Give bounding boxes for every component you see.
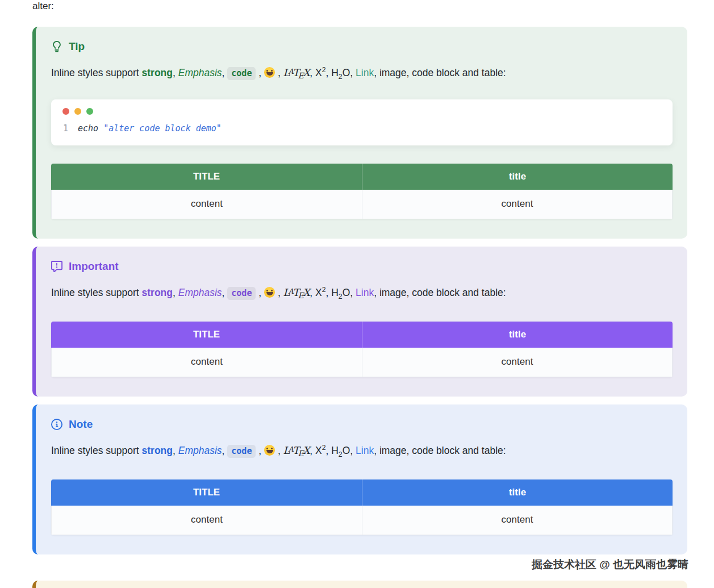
demo-table: TITLE title content content <box>51 479 673 535</box>
demo-link[interactable]: Link <box>356 67 374 78</box>
smile-emoji <box>264 287 275 298</box>
smile-emoji <box>264 445 275 456</box>
para-separator: , <box>374 67 379 78</box>
superscript-sample: X2 <box>315 445 326 456</box>
para-separator: , <box>222 67 228 78</box>
table-cell: content <box>362 190 673 219</box>
table-row: content content <box>51 190 673 219</box>
code-text: echo "alter code block demo" <box>78 122 222 135</box>
emphasis-sample: Emphasis <box>178 445 222 456</box>
demo-link[interactable]: Link <box>356 287 374 298</box>
alert-title: Important <box>51 259 673 274</box>
para-separator: , <box>325 67 331 78</box>
subscript-sample: H2O <box>331 287 350 298</box>
alert-tip: Tip Inline styles support strong, Emphas… <box>32 27 687 239</box>
dot-yellow-icon <box>74 108 81 115</box>
code-line: 1 echo "alter code block demo" <box>62 122 661 135</box>
para-separator: , <box>325 287 331 298</box>
inline-styles-paragraph: Inline styles support strong, Emphasis, … <box>51 64 673 84</box>
para-separator: , <box>173 445 178 456</box>
alert-warning-partial <box>32 581 687 588</box>
superscript-sample: X2 <box>315 287 326 298</box>
alert-title: Tip <box>51 39 673 54</box>
para-separator: , <box>275 445 283 456</box>
latex-logo: LATEX <box>283 67 310 78</box>
para-separator: , <box>325 445 331 456</box>
emphasis-sample: Emphasis <box>178 67 222 78</box>
para-separator: , <box>222 287 228 298</box>
para-separator: , <box>310 67 315 78</box>
dot-green-icon <box>86 108 93 115</box>
article-content: alter: Tip Inline styles support strong,… <box>0 0 714 554</box>
inline-code-sample: code <box>227 445 256 458</box>
para-separator: , <box>374 287 379 298</box>
intro-text: alter: <box>32 0 687 12</box>
emphasis-sample: Emphasis <box>178 287 222 298</box>
alert-important: Important Inline styles support strong, … <box>32 247 687 397</box>
para-separator: , <box>350 67 356 78</box>
table-row: content content <box>51 506 673 535</box>
alert-note: Note Inline styles support strong, Empha… <box>32 404 687 554</box>
alert-title-label: Note <box>69 417 93 432</box>
strong-sample: strong <box>142 67 173 78</box>
latex-logo: LATEX <box>283 287 310 298</box>
table-cell: content <box>51 506 362 535</box>
table-cell: content <box>51 348 362 377</box>
table-header-cell: TITLE <box>51 164 362 190</box>
table-header-row: TITLE title <box>51 322 673 348</box>
table-header-cell: TITLE <box>51 479 362 506</box>
demo-table: TITLE title content content <box>51 322 673 377</box>
table-header-cell: title <box>362 164 673 190</box>
para-separator: , <box>173 67 178 78</box>
para-separator: , <box>173 287 178 298</box>
inline-code-sample: code <box>227 287 256 300</box>
line-number: 1 <box>62 122 68 135</box>
table-header-cell: title <box>362 479 673 506</box>
code-block: 1 echo "alter code block demo" <box>51 99 673 145</box>
para-separator: , <box>350 445 356 456</box>
para-text: image, code block and table: <box>379 67 506 78</box>
table-cell: content <box>362 348 673 377</box>
smile-emoji <box>264 67 275 78</box>
para-separator: , <box>374 445 379 456</box>
table-header-cell: TITLE <box>51 322 362 348</box>
para-separator: , <box>310 287 315 298</box>
window-dots <box>62 108 661 115</box>
alert-title-label: Tip <box>69 39 85 54</box>
dot-red-icon <box>62 108 69 115</box>
superscript-sample: X2 <box>315 67 326 78</box>
demo-table-wrapper: TITLE title content content <box>51 164 673 219</box>
demo-link[interactable]: Link <box>356 445 374 456</box>
para-text: image, code block and table: <box>379 287 506 298</box>
strong-sample: strong <box>142 445 173 456</box>
subscript-sample: H2O <box>331 67 350 78</box>
watermark: 掘金技术社区 @ 也无风雨也雾晴 <box>532 557 688 572</box>
para-separator: , <box>275 287 283 298</box>
para-text: Inline styles support <box>51 445 142 456</box>
alert-title-label: Important <box>69 259 119 274</box>
para-separator: , <box>256 287 264 298</box>
para-text: Inline styles support <box>51 67 142 78</box>
lightbulb-icon <box>51 41 62 52</box>
para-separator: , <box>256 67 264 78</box>
table-cell: content <box>362 506 673 535</box>
inline-styles-paragraph: Inline styles support strong, Emphasis, … <box>51 441 673 461</box>
alert-title: Note <box>51 417 673 432</box>
latex-logo: LATEX <box>283 445 310 456</box>
para-separator: , <box>222 445 228 456</box>
subscript-sample: H2O <box>331 445 350 456</box>
para-text: Inline styles support <box>51 287 142 298</box>
inline-styles-paragraph: Inline styles support strong, Emphasis, … <box>51 283 673 303</box>
table-row: content content <box>51 348 673 377</box>
para-separator: , <box>350 287 356 298</box>
para-separator: , <box>310 445 315 456</box>
table-cell: content <box>51 190 362 219</box>
demo-table: TITLE title content content <box>51 164 673 219</box>
table-header-row: TITLE title <box>51 479 673 506</box>
demo-table-wrapper: TITLE title content content <box>51 322 673 377</box>
table-header-row: TITLE title <box>51 164 673 190</box>
inline-code-sample: code <box>227 67 256 80</box>
para-text: image, code block and table: <box>379 445 506 456</box>
para-separator: , <box>256 445 264 456</box>
report-icon <box>51 261 62 272</box>
